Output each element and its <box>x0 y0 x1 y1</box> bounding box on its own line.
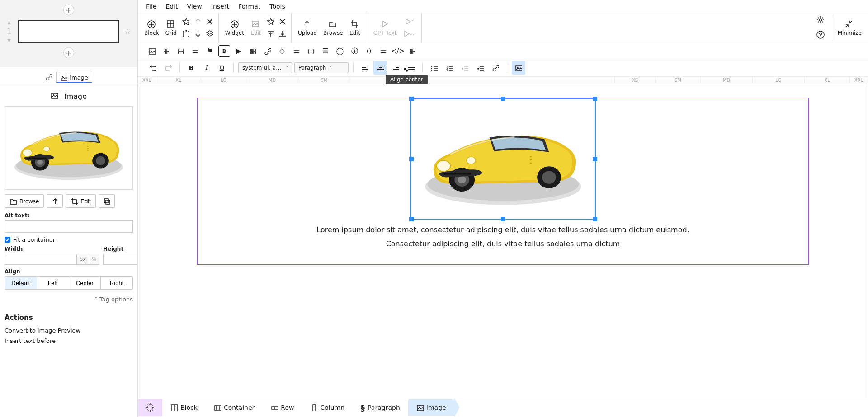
breadcrumb-container[interactable]: Container <box>206 399 263 416</box>
close-icon[interactable] <box>277 17 288 27</box>
align-left-button[interactable] <box>358 61 372 75</box>
list-ul-button[interactable] <box>427 61 441 75</box>
minimize-button[interactable]: Minimize <box>835 19 864 37</box>
valign-bottom-icon[interactable] <box>277 29 288 39</box>
insert-slideshow-icon[interactable]: ▤ <box>175 45 187 57</box>
layers-icon[interactable] <box>204 29 215 39</box>
insert-link-icon[interactable] <box>262 45 274 57</box>
edit-image-button[interactable]: Edit <box>66 194 95 208</box>
add-slide-before-button[interactable]: + <box>63 5 74 15</box>
arrow-up-icon[interactable] <box>192 17 203 27</box>
insert-out-icon[interactable] <box>180 29 191 39</box>
align-right-button[interactable]: Right <box>101 277 132 289</box>
insert-button-icon[interactable]: ▭ <box>291 45 302 57</box>
insert-info-icon[interactable]: ⓘ <box>349 45 360 57</box>
insert-code-icon[interactable]: </> <box>392 45 404 57</box>
settings-button[interactable] <box>815 15 826 26</box>
align-center-button[interactable]: Center <box>69 277 101 289</box>
breadcrumb-paragraph[interactable]: §Paragraph <box>353 398 408 417</box>
menu-edit[interactable]: Edit <box>165 3 178 10</box>
resize-handle-bm[interactable] <box>501 217 505 221</box>
copy-button[interactable] <box>99 194 115 208</box>
slide-nav-arrows[interactable]: ▲ 1 ▼ <box>5 20 14 43</box>
add-slide-after-button[interactable]: + <box>63 47 74 58</box>
chevron-up-icon[interactable]: ▲ <box>7 20 11 25</box>
underline-button[interactable]: U <box>215 61 229 75</box>
edit-button[interactable]: Edit <box>347 19 363 37</box>
align-right-button[interactable] <box>389 61 402 75</box>
grid-button[interactable]: Grid <box>162 19 179 37</box>
resize-handle-br[interactable] <box>593 217 597 221</box>
content-block[interactable]: Lorem ipsum dolor sit amet, consectetur … <box>197 98 809 265</box>
resize-handle-tr[interactable] <box>593 97 597 101</box>
align-justify-button[interactable] <box>404 61 418 75</box>
play-next-icon[interactable]: ˅ <box>402 17 416 27</box>
browse-button[interactable]: Browse <box>321 19 346 37</box>
convert-action[interactable]: Convert to Image Preview <box>5 325 133 336</box>
insert-bold-icon[interactable]: B <box>218 45 230 57</box>
fit-container-checkbox[interactable]: Fit a container <box>5 236 133 243</box>
insert-banner-icon[interactable]: ▭ <box>189 45 201 57</box>
paragraph-1[interactable]: Lorem ipsum dolor sit amet, consectetur … <box>207 225 799 234</box>
indent-button[interactable] <box>473 61 487 75</box>
breadcrumb-image[interactable]: Image <box>408 399 454 416</box>
widget-button[interactable]: Widget <box>222 19 247 37</box>
resize-handle-tl[interactable] <box>409 97 414 101</box>
insert-video-icon[interactable]: ▶ <box>233 45 245 57</box>
resize-handle-bl[interactable] <box>409 217 414 221</box>
help-button[interactable] <box>815 30 826 41</box>
insert-before-action[interactable]: Insert text before <box>5 336 133 346</box>
image-mode-button[interactable] <box>512 61 525 75</box>
slide-thumbnail[interactable] <box>18 20 119 43</box>
close-icon[interactable] <box>204 17 215 27</box>
unit-percent[interactable]: % <box>89 254 99 265</box>
insert-flag-icon[interactable]: ⚑ <box>204 45 216 57</box>
align-center-button[interactable] <box>373 61 387 75</box>
breadcrumb-root[interactable] <box>138 399 162 416</box>
widget-edit-button[interactable]: Edit <box>248 19 264 37</box>
play-small-icon[interactable]: ᠁ <box>401 29 418 39</box>
insert-page-icon[interactable]: ▢ <box>305 45 317 57</box>
list-ol-button[interactable] <box>443 61 456 75</box>
star-icon[interactable] <box>180 17 191 27</box>
link-icon[interactable] <box>45 73 52 82</box>
canvas[interactable]: Lorem ipsum dolor sit amet, consectetur … <box>138 84 868 398</box>
outdent-button[interactable] <box>458 61 472 75</box>
align-default-button[interactable]: Default <box>5 277 37 289</box>
favorite-star-icon[interactable]: ☆ <box>124 27 133 36</box>
paragraph-2[interactable]: Consectetur adipiscing elit, duis vitae … <box>207 239 799 248</box>
breadcrumb-block[interactable]: Block <box>162 399 206 416</box>
width-input[interactable] <box>5 254 77 265</box>
breadcrumb-row[interactable]: Row <box>263 399 302 416</box>
menu-insert[interactable]: Insert <box>211 3 229 10</box>
valign-top-icon[interactable] <box>265 29 276 39</box>
menu-file[interactable]: File <box>146 3 156 10</box>
breadcrumb-column[interactable]: Column <box>302 399 353 416</box>
insert-form-icon[interactable]: ☰ <box>320 45 331 57</box>
menu-tools[interactable]: Tools <box>269 3 285 10</box>
resize-handle-mr[interactable] <box>593 157 597 161</box>
bold-button[interactable]: B <box>184 61 198 75</box>
font-family-select[interactable]: system-ui,-ap…˅ <box>238 62 292 73</box>
undo-button[interactable] <box>146 61 160 75</box>
insert-card-icon[interactable]: ▭ <box>377 45 389 57</box>
insert-comment-icon[interactable]: ◯ <box>334 45 346 57</box>
block-button[interactable]: Block <box>142 19 161 37</box>
insert-bookmark-icon[interactable]: ◇ <box>276 45 288 57</box>
paragraph-style-select[interactable]: Paragraph˅ <box>294 62 349 73</box>
redo-button[interactable] <box>161 61 175 75</box>
menu-view[interactable]: View <box>187 3 202 10</box>
alt-text-input[interactable] <box>5 220 133 233</box>
align-left-button[interactable]: Left <box>37 277 69 289</box>
resize-handle-ml[interactable] <box>409 157 414 161</box>
unit-px[interactable]: px <box>77 254 89 265</box>
tab-image[interactable]: Image <box>56 72 92 83</box>
height-input[interactable] <box>103 254 138 265</box>
arrow-down-icon[interactable] <box>192 29 203 39</box>
insert-image-icon[interactable] <box>146 45 158 57</box>
browse-button[interactable]: Browse <box>5 194 44 208</box>
selected-image[interactable] <box>410 98 596 220</box>
insert-gallery-icon[interactable]: ▦ <box>160 45 172 57</box>
italic-button[interactable]: I <box>200 61 213 75</box>
resize-handle-tm[interactable] <box>501 97 505 101</box>
